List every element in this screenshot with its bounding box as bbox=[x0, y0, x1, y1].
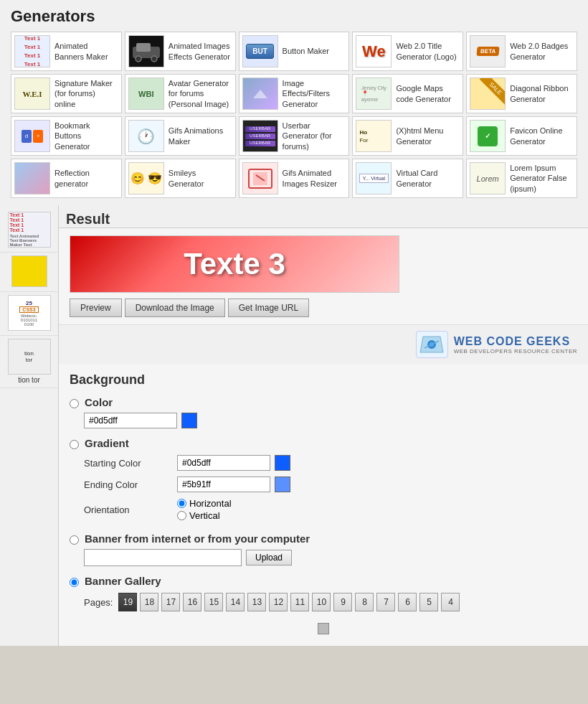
grid-item-google-maps[interactable]: Jersey City 📍 ayonne Google Maps code Ge… bbox=[352, 74, 463, 113]
page-btn-17[interactable]: 17 bbox=[161, 593, 180, 611]
thumb-image-effects bbox=[242, 78, 278, 110]
sidebar-item-yellow[interactable] bbox=[0, 253, 58, 292]
grid-label-text-banners: Animated Banners Maker bbox=[54, 41, 118, 62]
bottom-section: Text 1 Text 1 Text 1 Text 1 Text Animate… bbox=[0, 205, 588, 646]
thumb-web20-title: We bbox=[356, 35, 392, 67]
grid-item-animated-images[interactable]: Animated Images Effects Generator bbox=[125, 32, 236, 71]
horizontal-radio[interactable] bbox=[177, 499, 186, 508]
internet-option-row: Banner from internet or from your comput… bbox=[70, 532, 577, 566]
thumb-avatar: WBI bbox=[128, 78, 164, 110]
page-btn-9[interactable]: 9 bbox=[333, 593, 352, 611]
grid-item-bookmark[interactable]: d + Bookmark Buttons Generator bbox=[11, 116, 122, 156]
grid-item-gifs-animations[interactable]: 🕐 Gifs Animations Maker bbox=[125, 116, 236, 156]
color-radio[interactable] bbox=[70, 399, 79, 408]
generators-section: Generators Text 1Text 1Text 1Text 1 Anim… bbox=[0, 0, 588, 205]
grid-item-button-maker[interactable]: BUT Button Maker bbox=[239, 32, 350, 71]
internet-radio[interactable] bbox=[70, 535, 79, 545]
ending-color-swatch[interactable] bbox=[275, 477, 290, 492]
thumb-diagonal-ribbon: SALE bbox=[470, 78, 506, 110]
generators-grid: Text 1Text 1Text 1Text 1 Animated Banner… bbox=[11, 32, 577, 198]
scrollbar-area bbox=[70, 620, 577, 637]
download-button[interactable]: Download the Image bbox=[125, 299, 225, 317]
horizontal-label: Horizontal bbox=[189, 498, 232, 509]
grid-item-text-banners[interactable]: Text 1Text 1Text 1Text 1 Animated Banner… bbox=[11, 32, 122, 71]
logo-subtitle: WEB DEVELOPERS RESOURCE CENTER bbox=[454, 348, 577, 355]
internet-input-row: Upload bbox=[84, 549, 292, 566]
svg-point-3 bbox=[136, 56, 141, 62]
grid-label-web20-title: Web 2.0 Title Generator (Logo) bbox=[396, 41, 460, 62]
grid-item-xhtml-menu[interactable]: Ho For (X)html Menu Generator bbox=[352, 116, 463, 156]
preview-button[interactable]: Preview bbox=[70, 299, 122, 317]
page-btn-18[interactable]: 18 bbox=[140, 593, 158, 611]
thumb-sidebar-text: Text 1 Text 1 Text 1 Text 1 Text Animate… bbox=[8, 212, 51, 248]
bg-section: Background Color Gradient bbox=[59, 364, 588, 646]
sidebar-item-text[interactable]: Text 1 Text 1 Text 1 Text 1 Text Animate… bbox=[0, 209, 58, 253]
grid-item-favicon[interactable]: ✓ Favicon Online Generator bbox=[466, 116, 577, 156]
page-btn-10[interactable]: 10 bbox=[312, 593, 331, 611]
grid-label-avatar: Avatar Generator for forums (Personal Im… bbox=[169, 78, 232, 109]
grid-label-gifs-animations: Gifs Animations Maker bbox=[169, 126, 232, 146]
thumb-sidebar-css3: 25 CSS3 Webest↓01010110100 bbox=[8, 295, 51, 331]
page-btn-16[interactable]: 16 bbox=[183, 593, 201, 611]
logo-text: WEB CODE GEEKS bbox=[454, 335, 577, 348]
grid-label-smileys: Smileys Generator bbox=[169, 168, 232, 189]
page-btn-8[interactable]: 8 bbox=[355, 593, 374, 611]
grid-item-vcard[interactable]: Y... Virtual Virtual Card Generator bbox=[352, 159, 463, 198]
page-btn-19[interactable]: 19 bbox=[118, 593, 137, 611]
thumb-userbar: USERBAR USERBAR USERBAR bbox=[242, 120, 278, 152]
grid-item-web20-title[interactable]: We Web 2.0 Title Generator (Logo) bbox=[352, 32, 463, 71]
gallery-radio[interactable] bbox=[70, 578, 79, 587]
grid-item-avatar[interactable]: WBI Avatar Generator for forums (Persona… bbox=[125, 74, 236, 113]
webcodegeeks-logo: WEB CODE GEEKS WEB DEVELOPERS RESOURCE C… bbox=[416, 331, 577, 358]
thumb-gifs-animations: 🕐 bbox=[128, 120, 164, 152]
page-btn-4[interactable]: 4 bbox=[441, 593, 460, 611]
scrollbar-thumb[interactable] bbox=[318, 623, 329, 634]
preview-buttons-row: Preview Download the Image Get Image URL bbox=[70, 299, 577, 317]
vertical-label: Vertical bbox=[189, 510, 220, 521]
page-btn-5[interactable]: 5 bbox=[419, 593, 438, 611]
color-swatch-blue[interactable] bbox=[181, 413, 197, 428]
grid-label-bookmark: Bookmark Buttons Generator bbox=[54, 121, 118, 151]
page-btn-15[interactable]: 15 bbox=[204, 593, 223, 611]
thumb-reflection bbox=[14, 162, 50, 194]
grid-item-userbar[interactable]: USERBAR USERBAR USERBAR Userbar Generato… bbox=[239, 116, 350, 156]
grid-item-web20-badges[interactable]: BETA Web 2.0 Badges Generator bbox=[466, 32, 577, 71]
grid-item-lorem[interactable]: Lorem Lorem Ipsum Generator False (ipsum… bbox=[466, 159, 577, 198]
vertical-radio[interactable] bbox=[177, 511, 186, 520]
sidebar-label-tion: tion tor bbox=[18, 376, 40, 385]
grid-item-smileys[interactable]: 😊😎 Smileys Generator bbox=[125, 159, 236, 198]
sidebar-item-css3[interactable]: 25 CSS3 Webest↓01010110100 bbox=[0, 292, 58, 336]
gradient-block: Starting Color Ending Color Orientation bbox=[84, 455, 290, 524]
get-url-button[interactable]: Get Image URL bbox=[228, 299, 309, 317]
page-btn-7[interactable]: 7 bbox=[376, 593, 395, 611]
page-btn-12[interactable]: 12 bbox=[269, 593, 288, 611]
gallery-option-row: Banner Gallery Pages: 19 18 17 16 15 14 … bbox=[70, 575, 577, 611]
thumb-google-maps: Jersey City 📍 ayonne bbox=[356, 78, 392, 110]
grid-item-gifs-animated[interactable]: Gifs Animated Images Resizer bbox=[239, 159, 350, 198]
grid-label-web20-badges: Web 2.0 Badges Generator bbox=[510, 41, 574, 62]
sidebar-item-tion[interactable]: tiontor tion tor bbox=[0, 336, 58, 388]
starting-color-swatch[interactable] bbox=[275, 455, 290, 471]
color-value-input[interactable] bbox=[84, 413, 177, 428]
page-btn-13[interactable]: 13 bbox=[247, 593, 266, 611]
page-btn-14[interactable]: 14 bbox=[226, 593, 245, 611]
grid-label-userbar: Userbar Generator (for forums) bbox=[283, 121, 346, 151]
grid-item-image-effects[interactable]: Image Effects/Filters Generator bbox=[239, 74, 350, 113]
starting-color-input[interactable] bbox=[177, 455, 270, 471]
page-btn-11[interactable]: 11 bbox=[290, 593, 309, 611]
gradient-option-row: Gradient Starting Color Ending Color Or bbox=[70, 437, 577, 524]
gradient-radio[interactable] bbox=[70, 440, 79, 449]
page-btn-6[interactable]: 6 bbox=[398, 593, 417, 611]
grid-item-diagonal-ribbon[interactable]: SALE Diagonal Ribbon Generator bbox=[466, 74, 577, 113]
grid-item-signature[interactable]: W.E.I Signature Maker (for forums) onlin… bbox=[11, 74, 122, 113]
internet-url-input[interactable] bbox=[84, 549, 242, 566]
grid-label-button-maker: Button Maker bbox=[283, 46, 329, 56]
main-content: Result Texte 3 Preview Download the Imag… bbox=[59, 205, 588, 646]
pages-row: Pages: 19 18 17 16 15 14 13 12 11 10 9 8… bbox=[84, 593, 460, 611]
upload-button[interactable]: Upload bbox=[246, 550, 292, 565]
orientation-label: Orientation bbox=[84, 504, 177, 515]
bg-title: Background bbox=[70, 372, 577, 388]
grid-item-reflection[interactable]: Reflection generator bbox=[11, 159, 122, 198]
thumb-xhtml-menu: Ho For bbox=[356, 120, 392, 152]
ending-color-input[interactable] bbox=[177, 477, 270, 492]
